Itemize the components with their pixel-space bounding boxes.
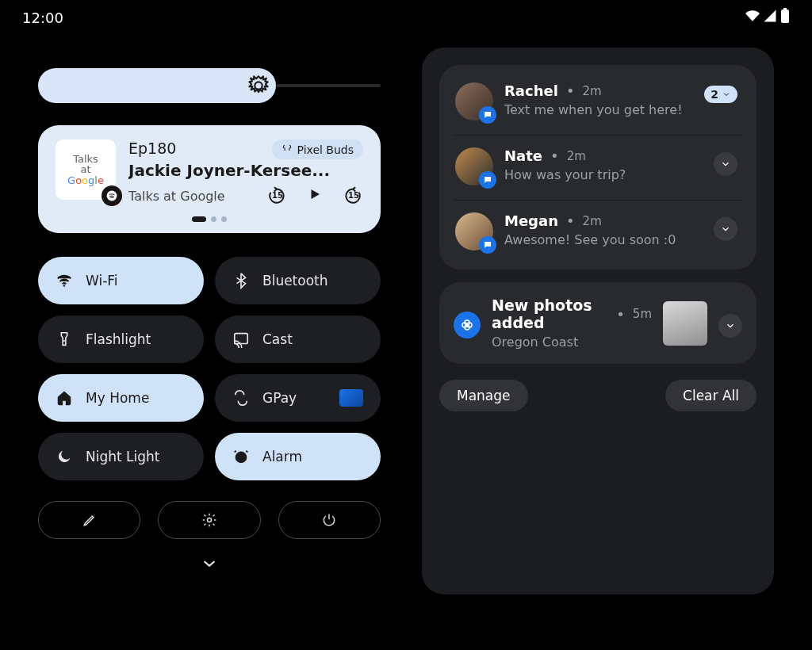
tile-bluetooth[interactable]: Bluetooth — [215, 257, 381, 304]
status-time: 12:00 — [22, 10, 63, 26]
notification-time: 2m — [583, 214, 602, 228]
tile-cast[interactable]: Cast — [215, 315, 381, 363]
avatar — [455, 212, 493, 250]
notification-sender: Megan — [504, 212, 558, 229]
media-title: Jackie Joyner-Kersee... — [128, 161, 335, 180]
media-pager-dots[interactable] — [192, 216, 227, 222]
battery-status-icon — [780, 8, 790, 27]
brightness-track[interactable] — [276, 84, 381, 87]
output-device-pill[interactable]: Pixel Buds — [272, 140, 364, 159]
brightness-icon — [246, 73, 271, 98]
wifi-status-icon — [745, 9, 760, 26]
notification-sender: Nate — [504, 147, 542, 164]
tile-myhome[interactable]: My Home — [38, 374, 204, 422]
media-episode: Ep180 — [128, 140, 176, 157]
tile-label: Cast — [262, 331, 293, 347]
expand-notification-button[interactable] — [714, 217, 737, 241]
gpay-card-thumbnail — [339, 389, 363, 407]
tile-label: Wi-Fi — [86, 273, 118, 289]
svg-point-4 — [63, 285, 65, 286]
messages-app-icon — [479, 171, 496, 189]
tile-alarm[interactable]: Alarm — [215, 433, 381, 480]
signal-status-icon — [763, 9, 777, 26]
notification-panel: Rachel • 2m Text me when you get here! 2 — [422, 48, 774, 595]
notification-sender: Rachel — [504, 82, 558, 99]
notification-thumbnail — [663, 301, 707, 346]
gpay-icon — [232, 389, 250, 407]
notification-body: How was your trip? — [504, 167, 703, 182]
bluetooth-icon — [232, 272, 250, 289]
tile-label: Alarm — [262, 449, 302, 465]
notification-item[interactable]: Megan • 2m Awesome! See you soon :0 — [444, 200, 752, 265]
notification-body: Awesome! See you soon :0 — [504, 232, 703, 247]
status-icons — [745, 8, 790, 27]
messages-app-icon — [479, 236, 496, 254]
edit-tiles-button[interactable] — [38, 501, 140, 539]
conversation-group: Rachel • 2m Text me when you get here! 2 — [439, 65, 756, 270]
tile-label: Flashlight — [86, 331, 151, 347]
svg-rect-1 — [783, 8, 787, 10]
expand-chevron-icon[interactable] — [201, 555, 218, 575]
expand-notification-button[interactable] — [718, 314, 742, 338]
tile-night-light[interactable]: Night Light — [38, 433, 204, 480]
notification-item[interactable]: Rachel • 2m Text me when you get here! 2 — [444, 70, 752, 135]
notification-time: 5m — [633, 307, 652, 321]
notification-item-photos[interactable]: New photos added • 5m Oregon Coast — [439, 282, 756, 364]
media-subtitle: Talks at Google — [128, 189, 225, 204]
notification-item[interactable]: Nate • 2m How was your trip? — [444, 135, 752, 200]
wifi-icon — [56, 272, 73, 289]
avatar — [455, 147, 493, 185]
notification-time: 2m — [583, 84, 602, 98]
seek-back-15-button[interactable]: 15 — [266, 185, 287, 207]
media-album-art: Talks at Google — [56, 140, 116, 200]
home-icon — [56, 389, 73, 407]
clear-all-button[interactable]: Clear All — [665, 380, 756, 411]
notification-time: 2m — [567, 149, 586, 163]
tile-label: GPay — [262, 390, 297, 406]
avatar — [455, 82, 493, 120]
status-bar: 12:00 — [0, 0, 812, 35]
manage-notifications-button[interactable]: Manage — [439, 380, 528, 411]
photos-app-icon — [454, 312, 481, 338]
cast-icon — [232, 331, 250, 348]
notification-title: New photos added — [492, 296, 608, 331]
flashlight-icon — [56, 331, 73, 348]
play-button[interactable] — [308, 187, 322, 205]
tile-label: My Home — [86, 390, 149, 406]
alarm-icon — [232, 448, 250, 465]
svg-rect-6 — [235, 334, 248, 344]
tile-gpay[interactable]: GPay — [215, 374, 381, 422]
svg-point-8 — [207, 518, 211, 522]
tile-flashlight[interactable]: Flashlight — [38, 315, 204, 363]
moon-icon — [56, 448, 73, 465]
earbuds-icon — [282, 143, 293, 156]
media-player-card[interactable]: Talks at Google Ep180 Pixel Bu — [38, 125, 381, 233]
svg-rect-0 — [781, 10, 789, 23]
spotify-icon — [102, 185, 122, 206]
tile-label: Bluetooth — [262, 273, 328, 289]
tile-wifi[interactable]: Wi-Fi — [38, 257, 204, 304]
messages-app-icon — [479, 106, 496, 124]
settings-button[interactable] — [158, 501, 260, 539]
brightness-slider[interactable] — [38, 67, 381, 105]
seek-forward-15-button[interactable]: 15 — [343, 185, 363, 207]
power-button[interactable] — [278, 501, 381, 539]
svg-point-2 — [255, 82, 262, 89]
notification-count-chip[interactable]: 2 — [704, 86, 737, 103]
expand-notification-button[interactable] — [714, 152, 737, 176]
tile-label: Night Light — [86, 449, 160, 465]
notification-body: Oregon Coast — [492, 335, 652, 350]
notification-body: Text me when you get here! — [504, 102, 693, 117]
